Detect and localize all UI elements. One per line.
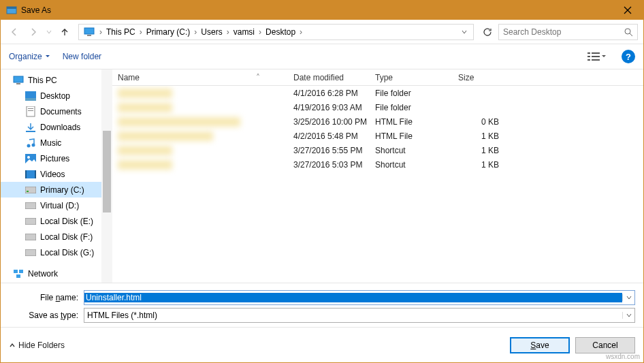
svg-rect-7 (587, 56, 590, 57)
sidebar-scrollbar[interactable] (101, 69, 112, 283)
save-button[interactable]: Save (510, 337, 570, 353)
monitor-icon (83, 26, 95, 38)
documents-icon (25, 106, 36, 117)
svg-rect-3 (87, 35, 91, 36)
type-dropdown[interactable] (622, 312, 634, 319)
column-type[interactable]: Type (370, 69, 453, 85)
view-button[interactable] (585, 50, 609, 63)
search-input[interactable] (503, 27, 624, 37)
address-dropdown[interactable] (457, 29, 472, 35)
file-row[interactable]: 3/25/2016 10:00 PMHTML File0 KB (112, 114, 643, 129)
refresh-button[interactable] (479, 24, 496, 40)
command-bar: Organize New folder ? (1, 44, 643, 69)
chevron-right-icon: › (193, 27, 198, 37)
chevron-right-icon: › (257, 27, 263, 37)
tree-network[interactable]: Network (1, 266, 112, 281)
breadcrumb: ›This PC (98, 27, 138, 37)
svg-rect-14 (25, 98, 36, 101)
column-size[interactable]: Size (453, 69, 507, 85)
chevron-up-icon (9, 342, 16, 349)
file-rows: 4/1/2016 6:28 PMFile folder 4/19/2016 9:… (112, 86, 643, 283)
column-name[interactable]: Name˄ (112, 69, 288, 85)
tree-item-downloads[interactable]: Downloads (1, 119, 112, 135)
pictures-icon (25, 153, 36, 164)
svg-rect-32 (14, 270, 18, 273)
svg-point-20 (32, 143, 35, 146)
tree-this-pc[interactable]: This PC (1, 72, 112, 88)
svg-rect-31 (25, 249, 36, 256)
svg-rect-8 (592, 56, 600, 57)
tree-item-local-disk-f[interactable]: Local Disk (F:) (1, 229, 112, 244)
organize-menu[interactable]: Organize (9, 52, 50, 61)
breadcrumb: ›vamsi (225, 27, 257, 37)
watermark: wsxdn.com (606, 353, 640, 360)
cancel-button[interactable]: Cancel (575, 337, 635, 353)
chevron-right-icon: › (138, 27, 144, 37)
svg-point-19 (27, 144, 31, 147)
new-folder-button[interactable]: New folder (63, 52, 101, 61)
drive-icon (25, 185, 36, 195)
history-dropdown[interactable] (44, 29, 54, 35)
tree-item-desktop[interactable]: Desktop (1, 88, 112, 104)
window-title: Save As (21, 5, 612, 15)
column-headers: Name˄ Date modified Type Size (112, 69, 643, 86)
breadcrumb: ›Primary (C:) (138, 27, 193, 37)
tree-item-pictures[interactable]: Pictures (1, 151, 112, 166)
svg-rect-15 (27, 106, 35, 116)
svg-rect-1 (7, 7, 16, 9)
svg-rect-30 (25, 234, 36, 240)
back-button[interactable] (6, 24, 22, 40)
svg-rect-13 (25, 91, 36, 98)
search-icon (624, 27, 633, 37)
chevron-right-icon: › (98, 27, 103, 37)
svg-rect-25 (35, 170, 36, 178)
svg-rect-12 (16, 83, 20, 84)
svg-rect-17 (28, 110, 33, 111)
svg-point-22 (27, 156, 30, 159)
address-bar[interactable]: ›This PC ›Primary (C:) ›Users ›vamsi ›De… (78, 24, 474, 40)
save-type-label: Save as type: (9, 311, 84, 320)
navigation-row: ›This PC ›Primary (C:) ›Users ›vamsi ›De… (1, 20, 643, 44)
downloads-icon (25, 122, 36, 133)
dialog-footer: Hide Folders Save Cancel (1, 327, 643, 362)
svg-rect-29 (25, 218, 36, 225)
videos-icon (25, 169, 36, 180)
tree-item-local-disk-g[interactable]: Local Disk (G:) (1, 244, 112, 260)
tree-item-local-disk-e[interactable]: Local Disk (E:) (1, 213, 112, 229)
svg-rect-5 (587, 52, 590, 54)
svg-rect-28 (25, 202, 36, 209)
breadcrumb: ›Users (193, 27, 225, 37)
filename-dropdown[interactable] (622, 294, 634, 301)
svg-rect-10 (592, 59, 600, 61)
file-row[interactable]: 3/27/2016 5:03 PMShortcut1 KB (112, 157, 643, 172)
tree-item-virtual-drive[interactable]: Virtual (D:) (1, 198, 112, 213)
forward-button[interactable] (25, 24, 42, 40)
close-button[interactable] (612, 1, 643, 20)
chevron-right-icon: › (225, 27, 231, 37)
tree-item-primary-drive[interactable]: Primary (C:) (1, 182, 112, 198)
filename-input[interactable] (84, 290, 635, 305)
help-button[interactable]: ? (622, 50, 635, 63)
svg-rect-11 (14, 76, 23, 82)
file-row[interactable]: 4/2/2016 5:48 PMHTML File1 KB (112, 129, 643, 143)
tree-item-documents[interactable]: Documents (1, 104, 112, 119)
file-row[interactable]: 4/1/2016 6:28 PMFile folder (112, 86, 643, 100)
file-row[interactable]: 3/27/2016 5:55 PMShortcut1 KB (112, 143, 643, 157)
svg-rect-24 (25, 170, 27, 178)
tree-item-music[interactable]: Music (1, 135, 112, 151)
chevron-right-icon: › (298, 27, 304, 37)
file-list-pane: Name˄ Date modified Type Size 4/1/2016 6… (112, 69, 643, 283)
up-button[interactable] (57, 24, 73, 40)
svg-rect-2 (84, 28, 94, 34)
svg-rect-9 (587, 59, 590, 61)
tree-item-videos[interactable]: Videos (1, 166, 112, 182)
breadcrumb: ›Desktop› (257, 27, 304, 37)
column-date[interactable]: Date modified (288, 69, 370, 85)
file-row[interactable]: 4/19/2016 9:03 AMFile folder (112, 100, 643, 114)
sort-indicator: ˄ (256, 73, 260, 82)
navigation-tree: This PC Desktop Documents Downloads Musi… (1, 69, 112, 283)
search-box[interactable] (498, 24, 638, 40)
save-type-select[interactable]: HTML Files (*.html) (84, 308, 635, 323)
app-icon (6, 5, 17, 16)
hide-folders-toggle[interactable]: Hide Folders (9, 341, 65, 350)
